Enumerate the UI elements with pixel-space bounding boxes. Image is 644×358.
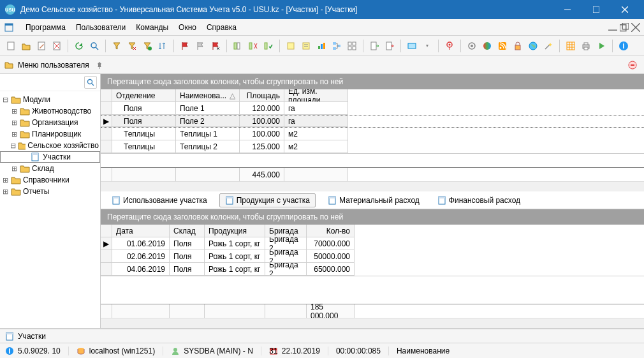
tree-item-planner[interactable]: ⊞ Планировщик	[0, 128, 100, 140]
tb-note2-icon[interactable]	[299, 39, 313, 53]
tb-tool1-icon[interactable]	[405, 39, 419, 53]
tb-arrange-icon[interactable]	[345, 39, 359, 53]
detail-tabs: Использование участка Продукция с участк…	[101, 191, 644, 209]
tb-open-icon[interactable]	[19, 39, 33, 53]
table-row[interactable]: Теплицы Теплицы 1 100.000 м2	[101, 128, 644, 140]
user-menu-label[interactable]: Меню пользователя	[18, 61, 89, 70]
tb-tree-icon[interactable]	[330, 39, 344, 53]
tb-export-icon[interactable]	[383, 39, 397, 53]
col-name[interactable]: Наименова...△	[176, 89, 240, 102]
svg-point-50	[471, 45, 473, 47]
tb-note-icon[interactable]	[284, 39, 298, 53]
tree-root-reports[interactable]: ⊞ Отчеты	[0, 186, 100, 197]
svg-rect-23	[234, 43, 237, 49]
col-qty[interactable]: Кол-во	[307, 225, 355, 237]
window-tab[interactable]: Участки	[18, 332, 46, 341]
tb-delete-icon[interactable]	[50, 39, 64, 53]
tree-item-org[interactable]: ⊞ Организация	[0, 117, 100, 128]
col-brigade[interactable]: Бригада	[265, 225, 307, 237]
menu-program[interactable]: Программа	[20, 21, 71, 34]
tab-usage[interactable]: Использование участка	[106, 193, 213, 207]
tb-flag-grey-icon[interactable]	[193, 39, 207, 53]
hscroll-top[interactable]	[101, 181, 644, 191]
col-product[interactable]: Продукция	[205, 225, 265, 237]
tb-wand-icon[interactable]	[541, 39, 555, 53]
tb-chart-icon[interactable]	[314, 39, 328, 53]
group-hint-top[interactable]: Перетащите сюда заголовок колонки, чтобы…	[101, 74, 644, 89]
tb-world-icon[interactable]	[526, 39, 540, 53]
tree-item-warehouse[interactable]: ⊞ Склад	[0, 163, 100, 174]
tb-flag-x-icon[interactable]	[209, 39, 223, 53]
menu-commands[interactable]: Команды	[131, 21, 173, 34]
minimize-icon	[564, 6, 571, 13]
tb-filter-icon[interactable]	[110, 39, 124, 53]
svg-rect-1	[593, 6, 599, 13]
tb-import-icon[interactable]	[367, 39, 381, 53]
col-unit[interactable]: Ед. изм. площади	[284, 89, 348, 102]
tb-sort-icon[interactable]	[156, 39, 170, 53]
main-area: ⊟ Модули ⊞ Животноводство ⊞ Организация …	[0, 74, 644, 329]
col-area[interactable]: Площадь	[240, 89, 284, 102]
tb-new-icon[interactable]	[4, 39, 18, 53]
tab-material[interactable]: Материальный расход	[322, 193, 425, 207]
tb-tool1b-icon[interactable]: ▾	[420, 39, 434, 53]
tb-filtered-icon[interactable]	[140, 39, 154, 53]
tb-column-ok-icon[interactable]	[261, 39, 275, 53]
tree-item-agri[interactable]: ⊟ Сельское хозяйство	[0, 140, 100, 151]
pin-icon[interactable]	[96, 61, 103, 69]
maximize-button[interactable]	[582, 0, 610, 19]
tree-root-modules[interactable]: ⊟ Модули	[0, 94, 100, 105]
grid-header: Дата Склад Продукция Бригада Кол-во	[101, 225, 644, 237]
tree-root-refs[interactable]: ⊞ Справочники	[0, 174, 100, 186]
mdi-close-icon[interactable]	[631, 23, 640, 32]
svg-rect-11	[8, 42, 14, 50]
hscroll-bottom[interactable]	[101, 318, 644, 328]
tree-view[interactable]: ⊟ Модули ⊞ Животноводство ⊞ Организация …	[0, 91, 100, 328]
table-row[interactable]: Поля Поле 1 120.000 га	[101, 102, 644, 115]
svg-rect-73	[32, 153, 38, 155]
tb-rss-icon[interactable]	[495, 39, 509, 53]
tb-filter-x-icon[interactable]	[125, 39, 139, 53]
tree-item-livestock[interactable]: ⊞ Животноводство	[0, 105, 100, 117]
tb-flag-red-icon[interactable]	[178, 39, 192, 53]
tree-item-plots[interactable]: Участки	[0, 151, 100, 163]
table-row[interactable]: Теплицы Теплицы 2 125.000 м2	[101, 140, 644, 153]
tab-production[interactable]: Продукция с участка	[219, 193, 316, 207]
tb-gear-icon[interactable]	[465, 39, 479, 53]
tb-column-icon[interactable]	[231, 39, 245, 53]
close-button[interactable]	[610, 0, 639, 19]
tb-grid-icon[interactable]	[564, 39, 578, 53]
table-row[interactable]: 04.06.2019 Поля Рожь 1 сорт, кг Бригада …	[101, 263, 644, 276]
group-hint-bottom[interactable]: Перетащите сюда заголовок колонки, чтобы…	[101, 209, 644, 225]
menu-window[interactable]: Окно	[173, 21, 201, 34]
stop-icon[interactable]	[627, 60, 638, 70]
tb-color-icon[interactable]	[480, 39, 494, 53]
minimize-button[interactable]	[553, 0, 582, 19]
tb-edit-icon[interactable]	[34, 39, 48, 53]
tb-play-icon[interactable]	[594, 39, 608, 53]
mdi-restore-icon[interactable]	[620, 23, 629, 32]
table-row[interactable]: ▶ 01.06.2019 Поля Рожь 1 сорт, кг Бригад…	[101, 237, 644, 250]
mdi-minimize-icon[interactable]	[608, 23, 617, 32]
tb-lock-icon[interactable]	[511, 39, 525, 53]
maximize-icon	[593, 6, 599, 13]
col-warehouse[interactable]: Склад	[170, 225, 205, 237]
tb-column-x-icon[interactable]	[246, 39, 260, 53]
tb-refresh-icon[interactable]	[72, 39, 86, 53]
table-row[interactable]: 02.06.2019 Поля Рожь 1 сорт, кг Бригада …	[101, 250, 644, 263]
bottom-grid[interactable]: Дата Склад Продукция Бригада Кол-во ▶ 01…	[101, 225, 644, 276]
col-dept[interactable]: Отделение	[112, 89, 176, 102]
col-date[interactable]: Дата	[112, 225, 170, 237]
tb-search-icon[interactable]	[87, 39, 101, 53]
tb-print-icon[interactable]	[579, 39, 593, 53]
sidebar-search-button[interactable]	[84, 76, 97, 89]
search-icon	[87, 78, 94, 86]
titlebar: usu Демо Сельское хозяйство - Универсаль…	[0, 0, 644, 19]
tb-info-icon[interactable]: i	[617, 39, 631, 53]
tb-pin-icon[interactable]	[443, 39, 457, 53]
menu-help[interactable]: Справка	[201, 21, 242, 34]
menu-users[interactable]: Пользователи	[71, 21, 131, 34]
top-grid[interactable]: Отделение Наименова...△ Площадь Ед. изм.…	[101, 89, 644, 154]
tab-financial[interactable]: Финансовый расход	[432, 193, 526, 207]
table-row-selected[interactable]: ▶ Поля Поле 2 100.000 га	[101, 115, 644, 128]
